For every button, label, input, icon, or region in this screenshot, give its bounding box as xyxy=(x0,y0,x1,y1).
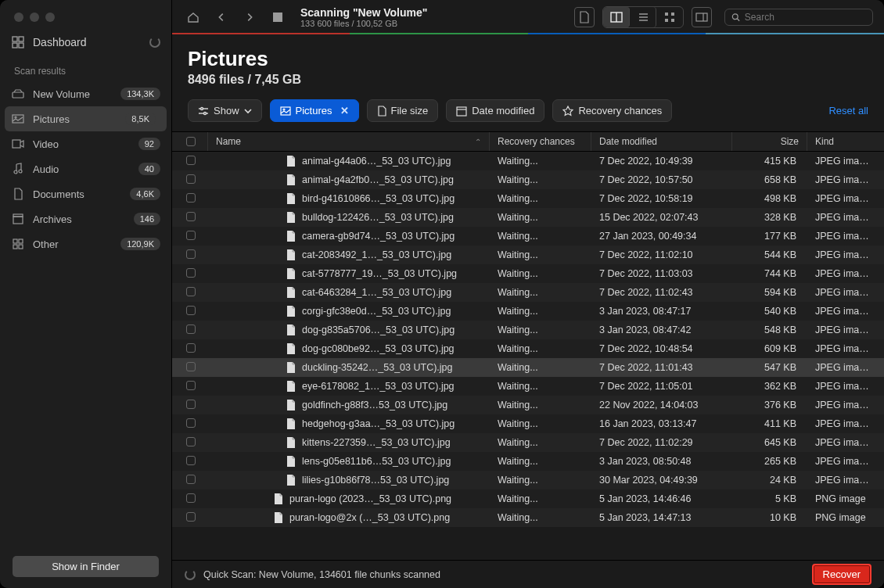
row-size: 415 KB xyxy=(732,156,807,167)
filter-file-size[interactable]: File size xyxy=(367,99,439,122)
remove-filter-icon[interactable]: ✕ xyxy=(340,105,349,117)
table-row[interactable]: lens-g05e811b6…53_03 UTC).jpgWaiting...3… xyxy=(172,452,884,471)
row-checkbox[interactable] xyxy=(178,174,208,186)
table-row[interactable]: bird-g41610866…_53_03 UTC).jpgWaiting...… xyxy=(172,189,884,208)
col-date[interactable]: Date modified xyxy=(591,132,732,151)
col-kind[interactable]: Kind xyxy=(807,132,878,151)
row-name: camera-gb9d74…_53_03 UTC).jpg xyxy=(208,231,490,242)
table-body[interactable]: animal-g44a06…_53_03 UTC).jpgWaiting...7… xyxy=(172,152,884,560)
select-all-checkbox[interactable] xyxy=(178,132,208,151)
maximize-icon[interactable] xyxy=(45,13,55,22)
filter-pictures[interactable]: Pictures ✕ xyxy=(270,99,359,122)
svg-point-33 xyxy=(204,112,207,114)
table-row[interactable]: puran-logo (2023…_53_03 UTC).pngWaiting.… xyxy=(172,489,884,508)
sidebar-item-new-volume[interactable]: New Volume134,3K xyxy=(0,81,171,106)
grid-view-icon[interactable] xyxy=(656,7,683,27)
table-row[interactable]: cat-2083492_1…_53_03 UTC).jpgWaiting...7… xyxy=(172,246,884,264)
row-checkbox[interactable] xyxy=(178,512,208,524)
show-dropdown[interactable]: Show xyxy=(188,99,262,122)
table-row[interactable]: kittens-227359…_53_03 UTC).jpgWaiting...… xyxy=(172,433,884,452)
row-recovery: Waiting... xyxy=(490,475,591,486)
document-icon xyxy=(11,188,25,200)
table-row[interactable]: cat-6463284_1…_53_03 UTC).jpgWaiting...7… xyxy=(172,283,884,302)
row-checkbox[interactable] xyxy=(178,212,208,224)
row-checkbox[interactable] xyxy=(178,287,208,299)
filter-date-modified[interactable]: Date modified xyxy=(446,99,544,122)
table-row[interactable]: dog-g835a5706…_53_03 UTC).jpgWaiting...3… xyxy=(172,321,884,339)
show-in-finder-button[interactable]: Show in Finder xyxy=(13,556,159,577)
sidebar-item-pictures[interactable]: Pictures8,5K xyxy=(5,106,167,131)
search-icon xyxy=(731,13,740,22)
col-size[interactable]: Size xyxy=(732,132,807,151)
close-icon[interactable] xyxy=(14,13,23,22)
filter-recovery-chances[interactable]: Recovery chances xyxy=(552,99,672,122)
row-size: 411 KB xyxy=(732,418,807,429)
chevron-down-icon xyxy=(244,108,252,114)
table-row[interactable]: camera-gb9d74…_53_03 UTC).jpgWaiting...2… xyxy=(172,227,884,246)
row-checkbox[interactable] xyxy=(178,381,208,393)
search-box[interactable] xyxy=(724,9,873,26)
sidebar-item-label: Video xyxy=(33,138,59,150)
back-icon[interactable] xyxy=(211,7,232,27)
row-checkbox[interactable] xyxy=(178,156,208,167)
row-date: 7 Dec 2022, 11:02:29 xyxy=(591,437,732,448)
table-row[interactable]: animal-g4a2fb0…_53_03 UTC).jpgWaiting...… xyxy=(172,170,884,189)
recover-button[interactable]: Recover xyxy=(812,564,871,585)
row-name: lilies-g10b86f78…53_03 UTC).jpg xyxy=(208,475,490,486)
sidebar-item-archives[interactable]: Archives146 xyxy=(0,206,171,231)
row-checkbox[interactable] xyxy=(178,268,208,280)
table-row[interactable]: animal-g44a06…_53_03 UTC).jpgWaiting...7… xyxy=(172,152,884,170)
forward-icon[interactable] xyxy=(239,7,260,27)
columns-view-icon[interactable] xyxy=(603,7,630,27)
row-checkbox[interactable] xyxy=(178,493,208,505)
row-checkbox[interactable] xyxy=(178,306,208,317)
row-checkbox[interactable] xyxy=(178,456,208,468)
page-subtitle: 8496 files / 7,45 GB xyxy=(188,73,868,87)
col-recovery[interactable]: Recovery chances xyxy=(490,132,591,151)
file-icon xyxy=(286,156,297,167)
table-row[interactable]: bulldog-122426…_53_03 UTC).jpgWaiting...… xyxy=(172,208,884,227)
table-row[interactable]: eye-6178082_1…_53_03 UTC).jpgWaiting...7… xyxy=(172,377,884,396)
sidebar-item-documents[interactable]: Documents4,6K xyxy=(0,181,171,206)
file-icon xyxy=(286,287,297,298)
row-checkbox[interactable] xyxy=(178,437,208,449)
row-checkbox[interactable] xyxy=(178,231,208,242)
table-row[interactable]: lilies-g10b86f78…53_03 UTC).jpgWaiting..… xyxy=(172,471,884,489)
row-checkbox[interactable] xyxy=(178,362,208,374)
stop-icon[interactable] xyxy=(268,7,288,27)
file-table: Name⌃ Recovery chances Date modified Siz… xyxy=(172,131,884,560)
home-icon[interactable] xyxy=(183,7,203,27)
svg-point-9 xyxy=(19,170,22,173)
row-checkbox[interactable] xyxy=(178,475,208,486)
list-view-icon[interactable] xyxy=(630,7,656,27)
table-row[interactable]: dog-gc080be92…_53_03 UTC).jpgWaiting...7… xyxy=(172,339,884,358)
row-checkbox[interactable] xyxy=(178,249,208,261)
table-row[interactable]: cat-5778777_19…_53_03 UTC).jpgWaiting...… xyxy=(172,264,884,283)
minimize-icon[interactable] xyxy=(30,13,39,22)
col-name[interactable]: Name⌃ xyxy=(208,132,490,151)
row-checkbox[interactable] xyxy=(178,343,208,355)
table-row[interactable]: goldfinch-g88f3…53_03 UTC).jpgWaiting...… xyxy=(172,396,884,414)
new-file-icon[interactable] xyxy=(574,7,595,27)
preview-pane-icon[interactable] xyxy=(692,7,712,27)
table-row[interactable]: duckling-35242…_53_03 UTC).jpgWaiting...… xyxy=(172,358,884,377)
row-checkbox[interactable] xyxy=(178,324,208,336)
sidebar-item-other[interactable]: Other120,9K xyxy=(0,231,171,256)
row-date: 7 Dec 2022, 10:49:39 xyxy=(591,156,732,167)
row-checkbox[interactable] xyxy=(178,400,208,411)
row-checkbox[interactable] xyxy=(178,193,208,205)
row-recovery: Waiting... xyxy=(490,174,591,185)
dashboard-link[interactable]: Dashboard xyxy=(0,30,171,55)
sidebar-item-audio[interactable]: Audio40 xyxy=(0,156,171,181)
row-recovery: Waiting... xyxy=(490,324,591,335)
reset-all-link[interactable]: Reset all xyxy=(828,105,868,117)
sidebar-item-video[interactable]: Video92 xyxy=(0,131,171,156)
table-row[interactable]: puran-logo@2x (…_53_03 UTC).pngWaiting..… xyxy=(172,508,884,527)
row-recovery: Waiting... xyxy=(490,400,591,411)
row-checkbox[interactable] xyxy=(178,418,208,430)
picture-icon xyxy=(11,114,25,124)
svg-rect-12 xyxy=(13,239,17,243)
table-row[interactable]: hedgehog-g3aa…_53_03 UTC).jpgWaiting...1… xyxy=(172,414,884,433)
table-row[interactable]: corgi-gfc38e0d…_53_03 UTC).jpgWaiting...… xyxy=(172,302,884,321)
search-input[interactable] xyxy=(745,12,866,23)
